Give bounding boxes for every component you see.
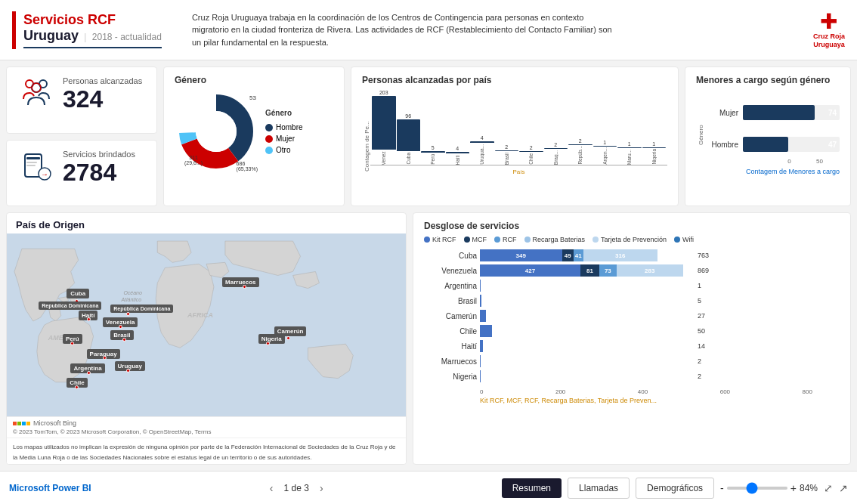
- minors-y-label: Género: [696, 90, 704, 181]
- header-description: Cruz Roja Uruguaya trabaja en la coordin…: [177, 11, 630, 49]
- services-row: Venezuela4278173283869: [424, 264, 840, 277]
- country-bar-group: 1Argen...: [593, 90, 617, 165]
- nav-right: Resumen Llamadas Demográficos - + 84% ⤢ …: [502, 478, 848, 499]
- legend-mcf: MCF: [464, 236, 487, 243]
- svg-rect-7: [26, 165, 36, 166]
- country-chart-title: Personas alcanzadas por país: [362, 75, 667, 85]
- services-card: Desglose de servicios Kit RCF MCF RCF: [413, 212, 851, 465]
- svg-rect-6: [26, 162, 37, 163]
- servicios-label: Servicios brindados: [63, 150, 135, 159]
- y-axis-label: Contagem de Pe...: [362, 90, 370, 203]
- services-title: Desglose de servicios: [424, 221, 840, 231]
- minors-chart-body: Género Mujer 74 Hombre: [696, 90, 840, 181]
- legend-kit-rcf: Kit RCF: [424, 236, 456, 243]
- svg-point-3: [32, 83, 41, 92]
- fullscreen-icon[interactable]: ⤢: [824, 482, 833, 494]
- legend-tarjeta: Tarjeta de Prevención: [592, 236, 667, 243]
- header-title-block: Servicios RCF Uruguay | 2018 - actualida…: [23, 12, 162, 48]
- svg-text:Atlántico: Atlántico: [120, 297, 141, 302]
- prev-page-button[interactable]: ‹: [265, 481, 278, 496]
- mujer-bar-row: Mujer 74: [704, 105, 840, 120]
- share-icon[interactable]: ↗: [839, 482, 848, 494]
- map-note: Los mapas utilizados no implican la expr…: [7, 438, 406, 464]
- red-cross-icon: ✚: [820, 11, 837, 32]
- x-axis-title: País: [370, 169, 667, 175]
- country-bar-group: 5Perú: [421, 90, 445, 165]
- svg-rect-5: [26, 157, 40, 159]
- country-bar-group: 1Maru...: [617, 90, 642, 165]
- next-page-button[interactable]: ›: [315, 481, 328, 496]
- services-title: Servicios RCF: [23, 12, 162, 28]
- hombre-bar-label: Hombre: [704, 141, 738, 149]
- country-bar-group: 203Venez...: [372, 90, 396, 165]
- red-accent-bar: [12, 11, 16, 49]
- hombre-bar-row: Hombre 47: [704, 137, 840, 152]
- mujer-bar-fill: [743, 105, 815, 120]
- mujer-dot: [265, 135, 273, 143]
- services-row: Camerún27: [424, 310, 840, 322]
- legend-title: Género: [265, 109, 303, 117]
- logo-text: Cruz Roja Uruguaya: [813, 32, 845, 49]
- personas-card: Personas alcanzadas 324: [6, 66, 157, 134]
- country-bar-group: 2Brasil: [495, 90, 519, 165]
- svg-text:→: →: [41, 170, 48, 178]
- minors-axis-label: Contagem de Menores a cargo: [746, 168, 840, 175]
- donut-container: 53 311 (29,6...) 686 (65,33%) Género: [175, 90, 333, 173]
- content-area: Personas alcanzadas 324: [0, 60, 857, 471]
- mujer-bar-label: Mujer: [704, 109, 738, 117]
- hombre-bar-value: 47: [828, 141, 837, 149]
- servicios-card: → Servicios brindados 2784: [6, 140, 157, 207]
- zoom-minus[interactable]: -: [720, 482, 724, 494]
- hombre-pct-label: 686 (65,33%): [237, 161, 258, 172]
- header: Servicios RCF Uruguay | 2018 - actualida…: [0, 0, 857, 60]
- bing-text: Microsoft Bing: [33, 419, 76, 427]
- donut-chart: 53 311 (29,6...) 686 (65,33%): [175, 90, 258, 173]
- gender-title: Género: [175, 75, 333, 85]
- personas-icon: [17, 75, 55, 113]
- mujer-bar-value: 74: [828, 109, 837, 117]
- main-container: Servicios RCF Uruguay | 2018 - actualida…: [0, 0, 857, 504]
- servicios-icon: →: [17, 148, 55, 186]
- personas-value: 324: [63, 87, 142, 111]
- minors-x-tick: 0 50: [787, 158, 823, 165]
- services-legend: Kit RCF MCF RCF Recarga Baterias: [424, 236, 840, 243]
- top-row: Personas alcanzadas 324: [6, 66, 851, 206]
- country-title: Uruguay: [23, 28, 79, 43]
- country-bar-group: 4Urugua...: [470, 90, 494, 165]
- servicios-value: 2784: [63, 160, 135, 184]
- powerbi-label[interactable]: Microsoft Power BI: [9, 483, 91, 493]
- gender-legend: Género Hombre Mujer Otro: [265, 109, 303, 154]
- zoom-slider[interactable]: [727, 487, 787, 490]
- services-x-label: Kit RCF, MCF, RCF, Recarga Baterias, Tar…: [480, 397, 840, 404]
- minors-bars: Mujer 74 Hombre 47: [704, 90, 840, 181]
- country-bars: 203Venez...96Cuba5Perú4Haití4Urugua...2B…: [370, 90, 667, 165]
- hombre-dot: [265, 124, 273, 131]
- llamadas-button[interactable]: Llamadas: [568, 478, 630, 499]
- svg-point-13: [196, 111, 237, 152]
- footer-note: Los mapas utilizados no implican la expr…: [13, 444, 396, 461]
- legend-wifi: Wifi: [674, 236, 694, 243]
- mujer-label: Mujer: [276, 135, 295, 143]
- resumen-button[interactable]: Resumen: [502, 478, 562, 498]
- map-title: País de Origen: [7, 213, 406, 233]
- header-logo: ✚ Cruz Roja Uruguaya: [813, 11, 845, 49]
- x-axis-ticks: 0 200 400 600 800: [480, 388, 812, 395]
- map-card: País de Origen: [6, 212, 407, 465]
- services-row: Argentina1: [424, 280, 840, 292]
- hombre-bar-fill: [743, 137, 788, 152]
- services-row: Haití14: [424, 340, 840, 352]
- demograficos-button[interactable]: Demográficos: [636, 478, 714, 499]
- country-bar-group: 96Cuba: [397, 90, 421, 165]
- bottom-row: País de Origen: [6, 212, 851, 465]
- services-row: Nigeria2: [424, 370, 840, 382]
- country-chart-body: Contagem de Pe... 203Venez...96Cuba5Perú…: [362, 90, 667, 203]
- country-chart-card: Personas alcanzadas por país Contagem de…: [351, 66, 679, 206]
- otro-pct-label: 53: [249, 94, 256, 101]
- services-chart: Cuba3494941316763Venezuela4278173283869A…: [424, 249, 840, 404]
- country-bar-group: 1Nigeria: [642, 90, 667, 165]
- page-indicator: 1 de 3: [284, 483, 309, 493]
- zoom-plus[interactable]: +: [790, 482, 797, 494]
- map-svg: Océano Atlántico AFRICA AMERICA: [7, 233, 406, 416]
- map-attribution: © 2023 TomTom, © 2023 Microsoft Corporat…: [13, 428, 400, 435]
- header-branding: Servicios RCF Uruguay | 2018 - actualida…: [12, 11, 162, 49]
